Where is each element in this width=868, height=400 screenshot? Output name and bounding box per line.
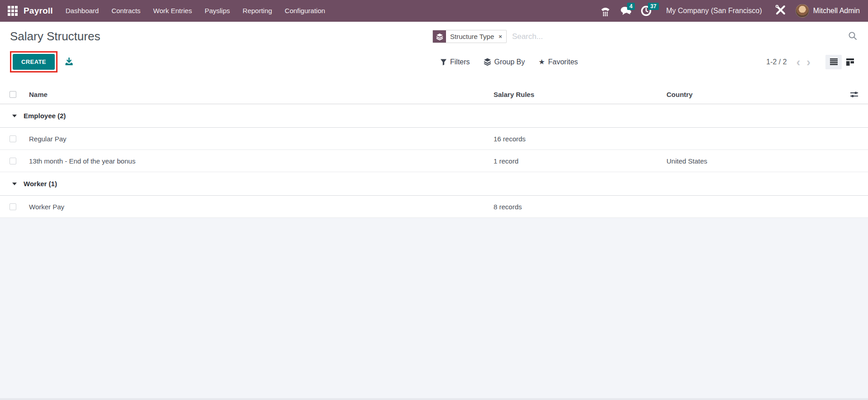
group-row-worker[interactable]: Worker (1) [0, 172, 868, 196]
cell-salary-rules: 8 records [487, 203, 661, 211]
list-view-icon [830, 58, 838, 65]
cell-country: United States [661, 157, 840, 165]
pager-range: 1-2 / 2 [766, 58, 786, 66]
search-input[interactable] [507, 32, 848, 41]
menu-dashboard[interactable]: Dashboard [59, 0, 105, 22]
cell-salary-rules: 16 records [487, 135, 661, 143]
menu-payslips[interactable]: Payslips [198, 0, 236, 22]
row-checkbox[interactable] [10, 135, 16, 142]
debug-tools-icon[interactable] [769, 4, 792, 18]
select-all-checkbox[interactable] [10, 91, 16, 98]
menu-contracts[interactable]: Contracts [105, 0, 147, 22]
user-menu[interactable]: Mitchell Admin [792, 4, 868, 18]
row-checkbox[interactable] [10, 158, 16, 164]
cell-salary-rules: 1 record [487, 157, 661, 165]
group-collapse-caret-icon [12, 115, 17, 117]
favorites-button[interactable]: ★ Favorites [538, 58, 578, 66]
page-title: Salary Structures [10, 29, 100, 43]
bottom-scrollbar-track [0, 398, 868, 400]
column-header-country[interactable]: Country [661, 91, 840, 98]
group-by-button[interactable]: Group By [484, 58, 525, 66]
menu-configuration[interactable]: Configuration [278, 0, 331, 22]
top-navbar: Payroll Dashboard Contracts Work Entries… [0, 0, 868, 22]
user-avatar [796, 4, 809, 18]
app-name[interactable]: Payroll [21, 6, 59, 16]
kanban-view-icon [846, 58, 854, 66]
kanban-view-button[interactable] [842, 55, 858, 69]
cell-name: Regular Pay [24, 135, 487, 143]
apps-menu-icon[interactable] [5, 0, 21, 22]
messages-icon[interactable]: 4 [615, 0, 636, 22]
row-checkbox[interactable] [10, 203, 16, 210]
group-by-layers-icon [484, 58, 491, 66]
star-icon: ★ [538, 58, 545, 66]
list-view-button[interactable] [825, 55, 842, 69]
table-row[interactable]: Worker Pay 8 records [0, 196, 868, 218]
main-menu: Dashboard Contracts Work Entries Payslip… [59, 0, 331, 22]
search-icon[interactable] [848, 31, 857, 42]
company-switcher[interactable]: My Company (San Francisco) [656, 7, 769, 15]
table-header: Name Salary Rules Country [0, 85, 868, 104]
column-header-name[interactable]: Name [24, 91, 487, 98]
group-row-employee[interactable]: Employee (2) [0, 104, 868, 128]
activities-count-badge: 37 [648, 3, 658, 10]
user-name: Mitchell Admin [813, 7, 860, 15]
table-row[interactable]: 13th month - End of the year bonus 1 rec… [0, 150, 868, 172]
optional-columns-icon[interactable] [840, 91, 868, 98]
pager-next-icon[interactable]: › [803, 56, 814, 68]
menu-work-entries[interactable]: Work Entries [147, 0, 198, 22]
messages-count-badge: 4 [627, 3, 635, 10]
menu-reporting[interactable]: Reporting [236, 0, 278, 22]
cell-name: Worker Pay [24, 203, 487, 211]
voip-phone-icon[interactable] [595, 0, 615, 22]
create-button[interactable]: CREATE [13, 54, 55, 70]
cell-name: 13th month - End of the year bonus [24, 157, 487, 165]
filters-button[interactable]: Filters [440, 58, 470, 66]
facet-label: Structure Type [446, 30, 498, 43]
layers-icon [433, 30, 446, 43]
column-header-salary-rules[interactable]: Salary Rules [487, 91, 661, 98]
search-facet-structure-type: Structure Type × [432, 30, 507, 43]
export-download-icon[interactable] [65, 58, 73, 66]
group-collapse-caret-icon [12, 183, 17, 185]
search-bar: Structure Type × [432, 30, 858, 43]
filter-funnel-icon [440, 58, 447, 66]
activities-clock-icon[interactable]: 37 [636, 0, 656, 22]
pager-previous-icon[interactable]: ‹ [793, 56, 804, 68]
create-button-highlight: CREATE [10, 51, 58, 72]
facet-remove-icon[interactable]: × [498, 30, 506, 43]
table-row[interactable]: Regular Pay 16 records [0, 128, 868, 150]
